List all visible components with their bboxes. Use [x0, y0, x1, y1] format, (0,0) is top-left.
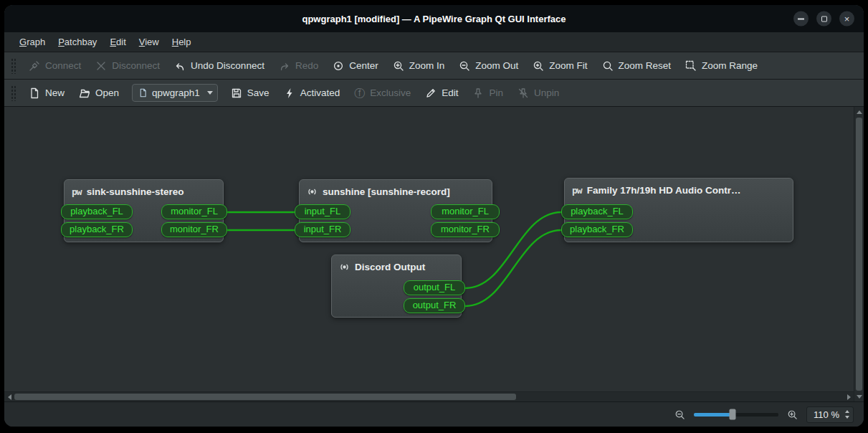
- pin-label: Pin: [489, 87, 503, 98]
- main-toolbar: Connect Disconnect Undo Disconnect Redo …: [4, 52, 864, 80]
- statusbar: 110 %: [4, 401, 864, 427]
- open-button[interactable]: Open: [72, 83, 126, 103]
- close-button[interactable]: ×: [839, 11, 854, 27]
- connection-lines: [4, 107, 854, 391]
- activated-bolt-icon: [284, 87, 295, 99]
- menu-graph[interactable]: Graph: [13, 32, 52, 52]
- scroll-left-button[interactable]: [4, 392, 14, 402]
- session-file-icon: [138, 88, 148, 97]
- redo-label: Redo: [295, 60, 318, 71]
- horizontal-scrollbar[interactable]: [4, 391, 854, 401]
- vertical-scrollbar[interactable]: [854, 107, 864, 401]
- disconnect-label: Disconnect: [112, 60, 160, 71]
- save-label: Save: [247, 87, 270, 98]
- canvas-wrap: pw sink-sunshine-stereo sunshine [sunshi…: [4, 107, 864, 401]
- undo-disconnect-button[interactable]: Undo Disconnect: [167, 56, 272, 76]
- discord-port-output-fr[interactable]: output_FR: [404, 298, 465, 313]
- redo-icon: [279, 60, 290, 72]
- spinbox-arrows[interactable]: [845, 410, 849, 419]
- sunshine-port-monitor-fl[interactable]: monitor_FL: [431, 204, 500, 219]
- zoom-fit-label: Zoom Fit: [549, 60, 587, 71]
- save-icon: [231, 87, 242, 99]
- menu-view[interactable]: View: [133, 32, 166, 52]
- minimize-icon: [798, 18, 804, 19]
- family-port-playback-fr[interactable]: playback_FR: [561, 222, 633, 237]
- node-title: sunshine [sunshine-record]: [323, 186, 450, 197]
- unpin-button[interactable]: Unpin: [510, 83, 566, 103]
- window-controls: ×: [793, 11, 854, 27]
- spin-up-icon: [845, 410, 849, 413]
- zoom-in-button[interactable]: Zoom In: [386, 56, 452, 76]
- new-button[interactable]: New: [22, 83, 72, 103]
- zoom-fit-button[interactable]: Zoom Fit: [525, 56, 594, 76]
- zoom-out-icon[interactable]: [674, 409, 685, 420]
- redo-button[interactable]: Redo: [272, 56, 325, 76]
- discord-port-output-fl[interactable]: output_FL: [404, 280, 465, 295]
- edit-label: Edit: [442, 87, 458, 98]
- disconnect-button[interactable]: Disconnect: [88, 56, 167, 76]
- zoom-range-button[interactable]: Zoom Range: [678, 56, 765, 76]
- stream-icon: [307, 186, 318, 197]
- arrow-right-icon: [847, 394, 851, 400]
- center-button[interactable]: Center: [325, 56, 386, 76]
- menu-help[interactable]: Help: [166, 32, 198, 52]
- sunshine-port-monitor-fr[interactable]: monitor_FR: [431, 222, 500, 237]
- arrow-up-icon: [857, 110, 862, 114]
- sunshine-port-input-fl[interactable]: input_FL: [295, 204, 350, 219]
- family-port-playback-fl[interactable]: playback_FL: [561, 204, 633, 219]
- connect-label: Connect: [45, 60, 81, 71]
- arrow-left-icon: [8, 394, 11, 400]
- toolbar-handle[interactable]: [11, 85, 16, 101]
- sink-port-monitor-fr[interactable]: monitor_FR: [161, 222, 227, 237]
- new-label: New: [45, 87, 65, 98]
- zoom-slider-fill: [694, 413, 733, 417]
- menu-patchbay[interactable]: Patchbay: [52, 32, 103, 52]
- pipewire-icon: pw: [72, 186, 82, 197]
- arrow-down-icon: [857, 395, 862, 399]
- maximize-button[interactable]: [816, 11, 831, 27]
- chevron-down-icon: [207, 91, 213, 95]
- undo-disconnect-label: Undo Disconnect: [191, 60, 264, 71]
- activated-label: Activated: [300, 87, 340, 98]
- zoom-fit-icon: [533, 60, 544, 72]
- save-button[interactable]: Save: [224, 83, 277, 103]
- titlebar[interactable]: qpwgraph1 [modified] — A PipeWire Graph …: [4, 5, 864, 32]
- sink-port-playback-fl[interactable]: playback_FL: [61, 204, 133, 219]
- maximize-icon: [821, 16, 827, 22]
- zoom-in-icon[interactable]: [787, 409, 798, 420]
- session-combo[interactable]: qpwgraph1: [132, 84, 218, 102]
- scroll-right-button[interactable]: [844, 392, 854, 402]
- pin-button[interactable]: Pin: [465, 83, 510, 103]
- zoom-spinbox[interactable]: 110 %: [806, 406, 854, 423]
- sink-port-playback-fr[interactable]: playback_FR: [61, 222, 133, 237]
- scroll-up-button[interactable]: [854, 107, 864, 117]
- toolbar-handle[interactable]: [11, 58, 16, 74]
- node-title: Family 17h/19h HD Audio Contr…: [587, 185, 741, 196]
- horizontal-scrollbar-thumb[interactable]: [14, 394, 516, 400]
- zoom-reset-icon: [602, 60, 614, 72]
- scroll-down-button[interactable]: [854, 391, 864, 401]
- new-file-icon: [29, 87, 40, 99]
- window-title: qpwgraph1 [modified] — A PipeWire Graph …: [302, 14, 566, 24]
- zoom-out-label: Zoom Out: [475, 60, 518, 71]
- sink-port-monitor-fl[interactable]: monitor_FL: [161, 204, 227, 219]
- sunshine-port-input-fr[interactable]: input_FR: [295, 222, 350, 237]
- vertical-scrollbar-thumb[interactable]: [856, 118, 862, 391]
- zoom-out-button[interactable]: Zoom Out: [452, 56, 525, 76]
- zoom-slider-handle[interactable]: [730, 409, 736, 420]
- exclusive-button[interactable]: ⓕ Exclusive: [347, 83, 418, 103]
- minimize-button[interactable]: [793, 11, 809, 27]
- zoom-value: 110 %: [814, 409, 839, 420]
- horizontal-scrollbar-track[interactable]: [516, 392, 844, 401]
- zoom-slider[interactable]: [694, 413, 778, 417]
- edit-button[interactable]: Edit: [418, 83, 465, 103]
- zoom-in-label: Zoom In: [409, 60, 445, 71]
- edit-pencil-icon: [425, 87, 437, 99]
- graph-canvas[interactable]: pw sink-sunshine-stereo sunshine [sunshi…: [4, 107, 854, 391]
- zoom-range-icon: [685, 60, 697, 72]
- connect-button[interactable]: Connect: [22, 56, 88, 76]
- exclusive-label: Exclusive: [370, 87, 411, 98]
- activated-button[interactable]: Activated: [277, 83, 348, 103]
- menu-edit[interactable]: Edit: [103, 32, 132, 52]
- zoom-reset-button[interactable]: Zoom Reset: [595, 56, 679, 76]
